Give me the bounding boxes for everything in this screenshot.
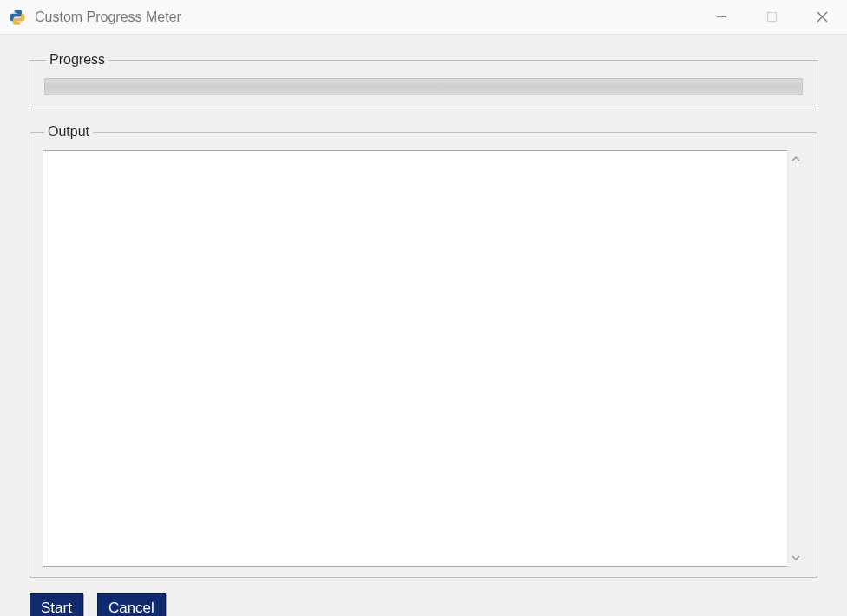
titlebar[interactable]: Custom Progress Meter <box>0 0 847 35</box>
window-title: Custom Progress Meter <box>35 10 696 25</box>
scroll-down-button[interactable] <box>787 549 804 567</box>
output-group-label: Output <box>44 124 93 140</box>
python-app-icon <box>9 9 26 26</box>
output-textarea[interactable] <box>43 150 787 567</box>
maximize-button[interactable] <box>746 0 797 34</box>
close-button[interactable] <box>797 0 847 34</box>
progress-group-label: Progress <box>46 52 108 68</box>
window-controls <box>696 0 847 34</box>
progress-bar <box>44 78 803 95</box>
button-row: Start Cancel <box>30 593 817 616</box>
minimize-button[interactable] <box>696 0 746 34</box>
start-button[interactable]: Start <box>30 593 83 616</box>
output-scrollbar[interactable] <box>787 150 804 567</box>
scrollbar-track[interactable] <box>787 167 804 549</box>
cancel-button[interactable]: Cancel <box>97 593 166 616</box>
scroll-up-button[interactable] <box>787 150 804 167</box>
client-area: Progress Output Start Cancel <box>0 35 847 616</box>
chevron-up-icon <box>791 154 801 164</box>
output-group: Output <box>30 124 817 578</box>
progress-group: Progress <box>30 52 817 108</box>
svg-rect-1 <box>767 13 776 22</box>
chevron-down-icon <box>791 553 801 563</box>
